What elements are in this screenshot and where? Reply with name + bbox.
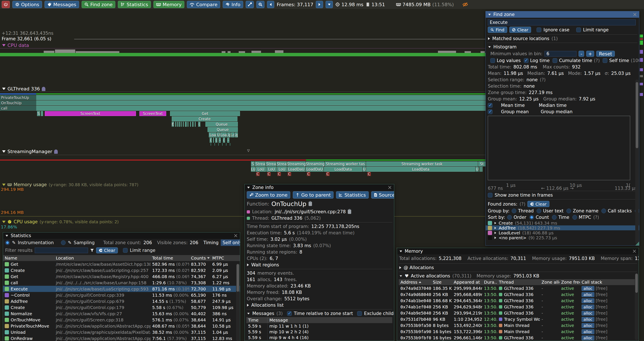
- timeline-zone[interactable]: Loa: [209, 132, 216, 137]
- timeline-zone[interactable]: [0, 106, 486, 111]
- messages-button[interactable]: Messages: [44, 1, 79, 8]
- memory-button[interactable]: Memory: [154, 1, 184, 8]
- allocations-list-row[interactable]: Allocations list: [245, 302, 394, 308]
- timeline-zone[interactable]: Lo: [231, 132, 234, 137]
- sampling-radio[interactable]: [61, 240, 66, 245]
- timeline-zone[interactable]: Streaming: [306, 161, 324, 166]
- bin-minus-button[interactable]: -: [578, 51, 584, 57]
- alloc-callstack-button[interactable]: alloc: [582, 323, 594, 328]
- timeline-zone[interactable]: ScreenText: [45, 111, 136, 116]
- timing-dropdown[interactable]: Self only: [221, 239, 240, 246]
- next-frame-button[interactable]: [316, 1, 323, 8]
- prev-frame-button[interactable]: [267, 1, 274, 8]
- group-mean-checkbox[interactable]: [488, 109, 492, 114]
- alloc-callstack-button[interactable]: alloc: [582, 304, 594, 309]
- alloc-callstack-button[interactable]: alloc: [582, 335, 594, 340]
- statistics-row[interactable]: call jni/../jni/../../../src/claw/base/L…: [3, 280, 240, 286]
- ghost-zones-icon[interactable]: [42, 87, 46, 91]
- allocation-row[interactable]: 0x74ab1be040 186.68 KB 294,645,364ns 13:…: [399, 297, 637, 304]
- timeline-zone[interactable]: LoadData: [324, 167, 362, 172]
- memory-titlebar[interactable]: Memory: [397, 248, 639, 254]
- show-zone-time-checkbox[interactable]: [488, 193, 492, 197]
- statistics-row[interactable]: OnTouchMove jni/../jni/src/guif/Screen.c…: [3, 317, 240, 323]
- instrumentation-radio[interactable]: [5, 240, 10, 245]
- statistics-row[interactable]: Normalize jni/../jni/src/claw/vfs/Vfs.cp…: [3, 310, 240, 317]
- timeline-zone[interactable]: LoU: [266, 167, 276, 172]
- glthread-header[interactable]: GLThread 336: [2, 86, 46, 92]
- timeline-zone[interactable]: LU: [251, 167, 255, 172]
- timeline-zone[interactable]: [178, 122, 180, 127]
- statistics-row[interactable]: PrivateTouchMove jni/../jni/src/claw/app…: [3, 323, 240, 329]
- timeline-zone[interactable]: (: [223, 138, 225, 143]
- tools-button[interactable]: [246, 1, 254, 8]
- timeline-zone[interactable]: [0, 100, 486, 105]
- message-row[interactable]: 5.59 s mip 10 w 2 h 2 (4): [246, 329, 392, 334]
- alloc-callstack-button[interactable]: alloc: [582, 286, 594, 291]
- statistics-table-header[interactable]: Name Location Total time Counts MTPC: [3, 255, 240, 261]
- timeline-zone[interactable]: Up: [227, 132, 230, 137]
- zoom-search-button[interactable]: [256, 1, 264, 8]
- allocation-row[interactable]: 0x7553b9fa90 16 bytes 153,722,396ns 13:5…: [399, 328, 637, 334]
- zoom-to-zone-button[interactable]: Zoom to zone: [247, 191, 290, 199]
- options-button[interactable]: Options: [12, 1, 42, 8]
- copy-clipboard-icon[interactable]: [308, 202, 312, 206]
- info-button[interactable]: Info: [223, 1, 243, 8]
- allocation-row[interactable]: 0x74a9d37040 186.35 KB 295,999,844ns 13:…: [399, 285, 637, 291]
- find-zone-titlebar[interactable]: Find zone: [486, 11, 639, 18]
- alloc-callstack-button[interactable]: alloc: [582, 292, 594, 297]
- matched-sources-row[interactable]: Matched source locations(1): [486, 35, 639, 42]
- frame-range-label[interactable]: Frame 32,661 (6.05 s): [2, 36, 51, 41]
- go-to-parent-button[interactable]: ↑Go to parent: [293, 191, 334, 199]
- timeline-zone[interactable]: |~: [219, 138, 221, 143]
- statistics-row[interactable]: OnRedraw jni/../jni/src/claw/application…: [3, 335, 240, 341]
- timeline-zone[interactable]: Get: [170, 111, 240, 116]
- allocation-row[interactable]: 0x7553b9fbf0 16 bytes 296,661,146ns 13:5…: [399, 334, 637, 341]
- close-icon[interactable]: [388, 185, 392, 190]
- statistics-row[interactable]: Get /mnt/e/claw/src/claw/base/AssetDict.…: [3, 261, 240, 267]
- timeline-zone[interactable]: (: [215, 138, 217, 143]
- zone-group-row[interactable]: LoadLevel (18) 406.88 µs: [486, 230, 639, 235]
- find-zone-scrollbar[interactable]: [635, 80, 639, 244]
- timeline-zone[interactable]: Streaming worker task: [366, 161, 478, 166]
- statistics-row[interactable]: ~Control jni/../jni/src/guif/Control.cpp…: [3, 292, 240, 298]
- group-by-option[interactable]: Thread: [512, 208, 534, 213]
- allocation-row[interactable]: 0x74ab1ef040 256 KB 294,629,948ns 13:50.…: [399, 304, 637, 310]
- log-time-checkbox[interactable]: [524, 58, 528, 63]
- timeline-zone[interactable]: [177, 122, 178, 127]
- exclude-children-checkbox[interactable]: [357, 311, 362, 316]
- timeline-zone[interactable]: St: [478, 161, 486, 166]
- timeline-zone[interactable]: |~: [227, 138, 229, 143]
- filter-input[interactable]: [35, 248, 88, 253]
- timeline-zone[interactable]: LoadDaU: [287, 167, 305, 172]
- timeline-zone[interactable]: LoadData: [366, 167, 475, 172]
- min-bin-input[interactable]: 6: [544, 51, 576, 57]
- found-clear-button[interactable]: Clear: [528, 201, 549, 207]
- zone-group-row[interactable]: Create (54,131) 643.34 ms: [486, 220, 639, 225]
- jump-down-button[interactable]: [326, 1, 333, 8]
- collapse-icon[interactable]: [247, 313, 250, 314]
- find-zone-button[interactable]: Find zone: [82, 1, 116, 8]
- sort-by-option[interactable]: Order: [507, 215, 526, 220]
- statistics-row[interactable]: Get /mnt/e/claw/src/claw/base/Registry.h…: [3, 273, 240, 280]
- limit-range-checkbox[interactable]: [123, 248, 128, 253]
- time-relative-checkbox[interactable]: [287, 311, 292, 316]
- timeline-zone[interactable]: [183, 122, 184, 127]
- allocation-row[interactable]: 0x74a9d68040 256 KB 295,668,489ns 13:50.…: [399, 291, 637, 297]
- power-button[interactable]: [2, 1, 10, 8]
- active-allocations-row[interactable]: ♥ Active allocations(70,311) Memory usag…: [397, 273, 639, 279]
- message-row[interactable]: 5.59 s mip 11 w 1 h 1 (1): [246, 323, 392, 329]
- timeline-zone[interactable]: [0, 95, 486, 100]
- timeline-zone[interactable]: [175, 122, 176, 127]
- cumulate-time-checkbox[interactable]: [552, 58, 557, 63]
- aux-plot[interactable]: [396, 234, 486, 247]
- sort-by-option[interactable]: Count: [529, 215, 549, 220]
- memory-scrollbar[interactable]: [635, 273, 638, 340]
- allocation-row[interactable]: 0x7553b9fa50 8 bytes 153,492,240ns 13:50…: [399, 322, 637, 328]
- statistics-titlebar[interactable]: Statistics: [3, 232, 240, 239]
- timeline-zone[interactable]: Strea: [276, 161, 287, 166]
- timeline-zone[interactable]: LoU: [277, 167, 287, 172]
- timeline-zone[interactable]: [41, 111, 43, 116]
- ignore-case-checkbox[interactable]: [536, 28, 541, 32]
- timeline-zone[interactable]: [192, 122, 194, 127]
- statistics-row[interactable]: Unload jni/../jni/src/claw/graphics/pixe…: [3, 329, 240, 335]
